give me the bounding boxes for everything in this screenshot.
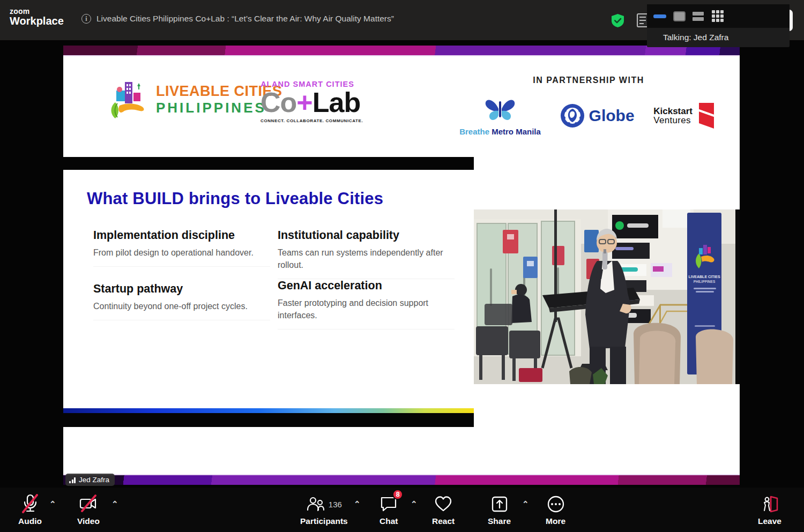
butterfly-lungs-icon [483,95,517,126]
share-options-chevron[interactable]: ⌃ [522,499,529,509]
presentation-slide: LIVEABLE CITIES PHILIPPINES AI AND SMART… [63,56,740,474]
block-body: From pilot design to operational handove… [93,246,270,267]
block-body: Teams can run systems independently afte… [278,246,455,279]
kickstart-ventures-logo: Kickstart Ventures [653,102,717,130]
zoom-logo-text: zoom [10,8,64,16]
participants-icon [306,496,324,512]
share-button[interactable]: Share [488,493,511,526]
globe-icon [560,103,585,129]
colab-plus: + [296,87,312,118]
globe-logo: Globe [560,103,635,129]
chat-label: Chat [379,516,398,526]
video-button[interactable]: Video [77,493,100,526]
zoom-workplace-logo: zoom Workplace [10,8,64,27]
leave-door-icon [760,494,779,514]
share-label: Share [488,516,511,526]
kickstart-text: Kickstart [653,107,693,116]
participants-label: Participants [300,516,348,526]
colab-lab: Lab [312,87,360,118]
block-institutional-capability: Institutional capability Teams can run s… [278,229,455,279]
more-label: More [546,516,565,526]
presenter-name-tag: Jed Zafra [65,474,115,486]
more-ellipsis-icon [546,494,565,514]
banner-liveable-cities-text: LIVEABLE CITIES [688,275,720,279]
block-startup-pathway: Startup pathway Continuity beyond one-of… [93,282,270,320]
view-options-panel: Talking: Jed Zafra [647,4,790,47]
block-heading: Startup pathway [93,282,270,296]
participants-options-chevron[interactable]: ⌃ [354,499,361,509]
chat-unread-badge: 8 [392,489,403,500]
presenter-name: Jed Zafra [79,476,109,484]
slide-top-band [63,46,740,56]
share-screen-icon [490,495,509,513]
slide-footer-bar [63,413,474,427]
partnership-label: IN PARTNERSHIP WITH [460,76,717,85]
speaker-video-feed[interactable]: LIVEABLE CITIES PHILIPPINES [474,209,740,384]
slide-title: What BUILD brings to Liveable Cities [87,189,383,208]
meeting-title: Liveable Cities Philippines Co+Lab : “Le… [96,14,394,24]
audio-options-chevron[interactable]: ⌃ [49,499,56,509]
slide-bottom-band [63,474,740,485]
security-shield-icon[interactable] [612,14,624,27]
block-heading: Implementation discipline [93,229,270,242]
participants-count: 136 [329,500,342,509]
partnership-section: IN PARTNERSHIP WITH Breathe Metro Manila [460,76,717,136]
more-button[interactable]: More [546,493,565,526]
video-off-icon [78,494,99,514]
breathe-metro-manila-logo: Breathe Metro Manila [460,95,540,136]
react-button[interactable]: React [432,493,455,526]
workplace-logo-text: Workplace [10,16,64,27]
meeting-info-icon[interactable]: i [81,14,91,24]
audio-signal-icon [69,477,76,483]
shared-screen: LIVEABLE CITIES PHILIPPINES AI AND SMART… [63,46,740,485]
banner-philippines-text: PHILIPPINES [694,280,716,283]
view-gallery-icon[interactable] [712,10,724,22]
liveable-cities-logo-icon [109,79,148,121]
leave-label: Leave [758,516,781,526]
slide-divider-bar [63,157,474,170]
colab-logo: AI AND SMART CITIES Co+Lab CONNECT. COLL… [260,80,354,123]
block-heading: Institutional capability [278,229,455,242]
meeting-toolbar: Audio ⌃ Video ⌃ 136 [0,488,804,532]
meeting-title-area: i Liveable Cities Philippines Co+Lab : “… [81,14,394,24]
block-body: Faster prototyping and decision support … [278,297,455,329]
metro-manila-text: Metro Manila [489,127,541,136]
chat-button[interactable]: 8 Chat [379,493,398,526]
video-label: Video [77,516,100,526]
mic-muted-icon [21,494,39,514]
colab-tagline-bottom: CONNECT. COLLABORATE. COMMUNICATE. [260,118,354,123]
video-scene: LIVEABLE CITIES PHILIPPINES [474,209,740,384]
react-label: React [432,516,455,526]
leave-button[interactable]: Leave [758,493,781,526]
block-heading: GenAI acceleration [278,279,455,293]
liveable-cities-logo: LIVEABLE CITIES PHILIPPINES [109,79,282,121]
colab-co: Co [260,87,296,118]
colab-wordmark: Co+Lab [260,88,354,116]
view-minimal-icon[interactable] [653,14,666,18]
view-stacked-icon[interactable] [693,12,704,21]
block-genai-acceleration: GenAI acceleration Faster prototyping an… [278,279,455,329]
talking-indicator: Talking: Jed Zafra [647,28,790,47]
view-speaker-icon[interactable] [674,12,684,20]
kickstart-flag-icon [696,102,717,130]
block-body: Continuity beyond one-off project cycles… [93,300,270,320]
video-options-chevron[interactable]: ⌃ [111,499,118,509]
heart-icon [434,496,452,513]
participants-button[interactable]: 136 Participants [300,493,348,526]
chat-options-chevron[interactable]: ⌃ [411,499,418,509]
view-mode-switcher [647,4,790,28]
ventures-text: Ventures [653,116,693,125]
breathe-text: Breathe [459,127,489,136]
block-implementation-discipline: Implementation discipline From pilot des… [93,229,270,267]
zoom-meeting-window: zoom Workplace i Liveable Cities Philipp… [0,0,804,532]
audio-button[interactable]: Audio [18,493,42,526]
globe-wordmark: Globe [589,107,635,125]
audio-label: Audio [18,516,42,526]
slide-rainbow-strip [63,408,474,413]
